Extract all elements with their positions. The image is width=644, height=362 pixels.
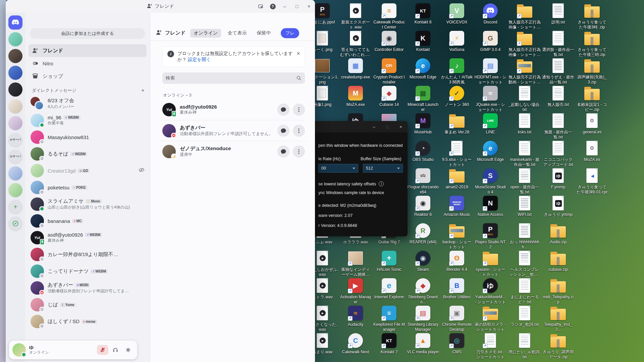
desktop-icon[interactable]: N↗Native Access [474, 195, 506, 217]
dm-list-item[interactable]: あずきバー♥MORI活動者様以外原則フレンド申請許可してません。 [28, 280, 147, 296]
desktop-icon[interactable]: ◉↗Controller Editor [373, 30, 405, 52]
server-icon[interactable] [8, 183, 22, 197]
desktop-icon[interactable]: ↗backup - ショートカット [441, 223, 473, 250]
friend-row[interactable]: あずきバー活動者様以外原則フレンド申請許可してません。 [160, 120, 307, 141]
desktop-icon[interactable]: KT↗Kontakt 8 [407, 3, 439, 25]
desktop-icon[interactable]: ♪↗かんたん！AITalk 3 関西風 [441, 58, 473, 85]
desktop-icon[interactable]: e↗Internet Explorer [373, 278, 405, 300]
dm-list-item[interactable]: Masayukisnow831 [28, 129, 147, 145]
desktop-icon[interactable]: ≡↗Keepforest File Manager [373, 305, 405, 332]
desktop-icon[interactable]: 無人販売.txt [542, 85, 574, 107]
friend-row[interactable]: ゼノデュス/Xenoduce退席中 [160, 141, 307, 162]
desktop-icon[interactable]: ◔↗OBS Studio [407, 140, 439, 162]
desktop-icon[interactable]: 名称未設定1 - コピー.zip [576, 85, 608, 112]
desktop-icon[interactable]: S↗MuseScore Studio 4 [474, 168, 506, 195]
desktop-icon[interactable]: ▶新規エクスポート.wav [339, 3, 372, 30]
desktop-icon[interactable]: R↗REAPER (x64) [407, 223, 439, 245]
desktop-icon[interactable]: ↗万引きメモ.txt - ショートカット [474, 333, 506, 360]
explore-servers-button[interactable] [8, 217, 22, 231]
desktop-icon[interactable]: KT↗Kontakt 7 [373, 333, 405, 355]
desktop-icon[interactable]: 説明.txt [542, 3, 574, 25]
desktop-icon[interactable]: manisekarin - 親作品一覧.txt [508, 140, 541, 167]
desktop-icon[interactable]: midi_Telepathy.zip [542, 278, 574, 305]
desktop-icon[interactable]: Telepathy_Inst_2... [542, 305, 574, 332]
desktop-icon[interactable]: ◎↗CMS [441, 333, 473, 355]
desktop-icon[interactable]: Audio.zip [542, 223, 574, 245]
add-server-button[interactable]: + [8, 200, 22, 214]
desktop-icon[interactable]: 死にたい_ゅ歌詞.txt [508, 333, 541, 360]
desktop-icon[interactable]: ʘ↗Blender 4.4 [441, 250, 473, 272]
desktop-icon[interactable]: ↗家の防犯カメラ - ショートカット [474, 305, 506, 332]
info-close-icon[interactable]: × [297, 51, 300, 57]
dm-add-icon[interactable]: + [141, 87, 145, 94]
desktop-icon[interactable]: B↗Brother Utilities [441, 278, 473, 300]
tab-オンライン[interactable]: オンライン [190, 29, 221, 38]
desktop-icon[interactable]: ⚙general.ini [576, 113, 608, 135]
desktop-icon[interactable]: ◉↗Reaktor 6 [407, 195, 439, 217]
dialog-close-button[interactable]: × [394, 121, 408, 132]
desktop-icon[interactable]: ↗9.5.xlsx - ショートカット [441, 140, 473, 167]
desktop-icon[interactable]: WIFI.txt [508, 195, 541, 217]
desktop-icon[interactable]: おっ hhhhhhhhhh... [508, 223, 541, 250]
server-icon[interactable] [8, 32, 22, 46]
desktop-icon[interactable]: K↗Kontakt [407, 30, 439, 52]
desktop-icon[interactable]: ≈↗JQuake.exe - ショートカット [474, 85, 506, 112]
dm-list-item[interactable]: poketetsu⚡POKE [28, 179, 147, 196]
sidebar-item-Nitro[interactable]: Nitro [29, 57, 147, 70]
desktop-icon[interactable]: _起動しない場合.txt [508, 85, 541, 112]
desktop-icon[interactable]: きゅうり食ってた午後三時.zip [576, 30, 608, 57]
desktop-icon[interactable]: ◆↗Steinberg Downlo... [407, 278, 439, 305]
dm-list-item[interactable]: こってりドーナツ⚡WEBM [28, 263, 147, 280]
desktop-icon[interactable]: ▤↗Steinberg Library Manager [407, 305, 439, 332]
server-icon[interactable] [8, 166, 22, 180]
desktop-icon[interactable]: 選択肢 - 親作品一覧.txt [542, 30, 574, 57]
dm-list-item[interactable]: ほしくず / SD♥meow [28, 313, 147, 330]
desktop-icon[interactable]: ↗筆まめ Ver.28 [441, 113, 473, 135]
desktop-icon[interactable]: ヘルスコンプレッション__歌詞.txt [508, 250, 541, 277]
server-icon[interactable] [8, 116, 22, 130]
desktop-icon[interactable]: ≈↗Audacity [339, 305, 372, 327]
desktop-icon[interactable]: ▣↗Chrome Remote Desktop [441, 305, 473, 332]
desktop-icon[interactable]: ↗無人販売不正行為動画 - ショートカット [508, 58, 541, 85]
desktop-icon[interactable]: LINE↗LINE [474, 113, 506, 135]
desktop-icon[interactable]: ↗無人販売不正行為画像 - ショートカッ... [508, 3, 541, 30]
desktop-icon[interactable]: きゅうり_調声用データ.zip [542, 333, 574, 360]
desktop-icon[interactable]: ニコニコバックアップコード.txt [542, 140, 574, 167]
desktop-icon[interactable]: CPI↗Crypton Product Installer [373, 58, 405, 85]
desktop-icon[interactable]: M↗MuseHub [407, 113, 439, 135]
desktop-icon[interactable]: ゆF.ymmp [542, 168, 574, 190]
server-icon[interactable] [8, 99, 22, 113]
desktop-icon[interactable]: ↗airset2-2019 [441, 168, 473, 190]
message-button[interactable] [277, 104, 289, 116]
desktop-icon[interactable]: ◆↗Cubase 14 [373, 85, 405, 107]
desktop-icon[interactable]: ◉↗Steam [407, 250, 439, 272]
sample-rate-select[interactable]: 00 [318, 164, 358, 173]
message-button[interactable] [277, 125, 289, 137]
tab-全て表示[interactable]: 全て表示 [224, 29, 250, 38]
friend-row[interactable]: Yutasdf@yuto0926夏休み神 [160, 99, 307, 120]
dialog-minimize-button[interactable]: – [367, 121, 381, 132]
desktop-icon[interactable]: cubase.zip [542, 250, 574, 272]
desktop-icon[interactable]: +↗HALion Sonic [373, 250, 405, 272]
friends-search-input[interactable]: 検索 [162, 72, 305, 84]
desktop-icon[interactable]: ≡↗Cakewalk Product Center [373, 3, 405, 30]
desktop-icon[interactable]: MMoZA.exe [339, 85, 372, 107]
desktop-icon[interactable]: ↗Discord [474, 3, 506, 25]
desktop-icon[interactable]: ラジオ_歌詞.txt [508, 305, 541, 327]
buffer-size-select[interactable]: 512 [363, 164, 403, 173]
more-options-button[interactable] [293, 125, 305, 137]
open-settings-link[interactable]: 設定を開く [188, 57, 211, 62]
tab-保留中[interactable]: 保留中 [253, 29, 274, 38]
deafen-button[interactable] [110, 345, 121, 355]
home-button[interactable] [8, 15, 22, 29]
dm-list-item[interactable]: mi_96⚡WEBM作業中毒 [28, 112, 147, 129]
microphone-muted-button[interactable] [97, 345, 108, 355]
desktop-icon[interactable]: きゅうり食ってた午後3時 .zip [576, 3, 608, 30]
dm-list-item[interactable]: bananana♥MC [28, 213, 147, 229]
desktop-icon[interactable]: ゆ↗YukkuriMovieM... - ショートカット [474, 278, 506, 305]
dialog-maximize-button[interactable]: □ [381, 121, 394, 132]
desktop-icon[interactable]: ▤↗HDDFMT.exe - ショートカット [474, 58, 506, 85]
desktop-icon[interactable]: ✓↗ノートン 360 [441, 85, 473, 107]
desktop-icon[interactable]: V↗VOICEVOX [441, 3, 473, 25]
dm-list-item[interactable]: るるそば⚡WEBM [28, 145, 147, 162]
